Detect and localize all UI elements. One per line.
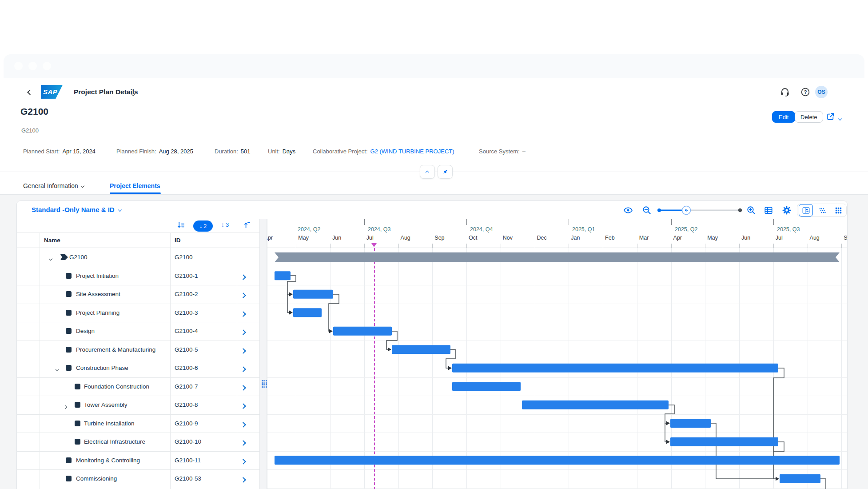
show-hide-legend-eye-icon[interactable] xyxy=(623,205,633,215)
zoom-slider[interactable] xyxy=(657,205,744,215)
view-selector-caret-icon[interactable] xyxy=(118,208,121,211)
navigate-row-icon[interactable] xyxy=(241,421,245,428)
dependency-arrow-icon xyxy=(289,311,293,315)
navigate-row-icon[interactable] xyxy=(241,292,245,299)
gantt-task-bar[interactable] xyxy=(452,382,521,391)
navigate-row-icon[interactable] xyxy=(241,311,245,317)
gantt-summary-bar[interactable] xyxy=(275,253,840,262)
sap-logo: SAP xyxy=(41,85,63,99)
gantt-task-bar[interactable] xyxy=(670,419,711,428)
pane-splitter[interactable] xyxy=(259,219,267,489)
month-label: Sep xyxy=(844,235,847,241)
gantt-with-table-view-button[interactable] xyxy=(799,204,813,216)
month-label: Nov xyxy=(503,235,513,241)
gantt-panel: Standard -Only Name & ID xyxy=(16,200,848,489)
dependency-connector xyxy=(287,294,289,313)
quarter-label: 2025, Q1 xyxy=(572,226,595,232)
edit-button[interactable]: Edit xyxy=(772,111,795,123)
expand-node-icon[interactable] xyxy=(64,403,67,410)
expand-to-level-3-button[interactable]: ↓3 xyxy=(221,221,229,228)
gantt-task-bar[interactable] xyxy=(333,327,392,336)
collapse-all-icon[interactable] xyxy=(243,221,251,229)
navigate-row-icon[interactable] xyxy=(241,458,245,465)
navigate-row-icon[interactable] xyxy=(241,403,245,409)
row-id: G2100-53 xyxy=(175,475,201,482)
table-row[interactable]: Project InitiationG2100-1 xyxy=(17,267,259,285)
grid-view-button[interactable] xyxy=(832,204,845,216)
expand-to-level-2-button[interactable]: ↓2 xyxy=(193,220,213,232)
settings-gear-icon[interactable] xyxy=(782,205,792,215)
month-tick xyxy=(535,244,535,248)
page-subtitle: G2100 xyxy=(21,127,39,134)
column-header-id[interactable]: ID xyxy=(175,237,181,244)
share-caret-icon[interactable] xyxy=(839,115,841,121)
month-label: Aug xyxy=(401,235,410,241)
app-title-caret-icon[interactable] xyxy=(132,90,135,97)
table-row[interactable]: Tower AssemblyG2100-8 xyxy=(17,396,259,414)
dependency-connector xyxy=(329,294,339,331)
table-row[interactable]: DesignG2100-4 xyxy=(17,322,259,341)
table-row[interactable]: Construction PhaseG2100-6 xyxy=(17,359,259,377)
row-name: Monitoring & Controlling xyxy=(76,457,140,464)
delete-button[interactable]: Delete xyxy=(795,111,823,123)
navigate-row-icon[interactable] xyxy=(241,274,245,281)
show-table-icon[interactable] xyxy=(764,205,773,215)
tab-caret-icon[interactable] xyxy=(80,184,84,188)
collapse-node-icon[interactable] xyxy=(49,255,52,261)
gantt-task-bar[interactable] xyxy=(293,290,333,299)
table-row[interactable]: CommissioningG2100-53 xyxy=(17,469,259,488)
gantt-task-bar[interactable] xyxy=(275,456,840,465)
task-icon xyxy=(75,439,80,445)
expand-levels-icon[interactable] xyxy=(177,221,185,229)
help-icon[interactable]: ? xyxy=(800,87,810,97)
timeline-header: 2024, Q22024, Q32024, Q42025, Q12025, Q2… xyxy=(267,219,847,248)
row-id: G2100-9 xyxy=(175,420,198,427)
compact-rows-view-button[interactable] xyxy=(816,204,829,216)
gantt-task-bar[interactable] xyxy=(522,401,669,409)
collapse-header-button[interactable] xyxy=(420,165,435,179)
collapse-node-icon[interactable] xyxy=(56,365,59,372)
table-row[interactable]: Monitoring & ControllingG2100-11 xyxy=(17,451,259,470)
zoom-out-icon[interactable] xyxy=(642,205,652,215)
table-row[interactable]: Turbine InstallationG2100-9 xyxy=(17,414,259,433)
navigate-row-icon[interactable] xyxy=(241,440,245,446)
dependency-arrow-icon xyxy=(329,329,333,333)
zoom-in-icon[interactable] xyxy=(746,205,756,215)
navigate-row-icon[interactable] xyxy=(241,366,245,373)
view-switch-group xyxy=(797,204,847,217)
table-row[interactable]: Electrical InfrastructureG2100-10 xyxy=(17,433,259,451)
month-tick xyxy=(705,244,705,248)
table-row[interactable]: Foundation ConstructionG2100-7 xyxy=(17,377,259,396)
navigate-row-icon[interactable] xyxy=(241,329,245,336)
table-row[interactable]: Site AssessmentG2100-2 xyxy=(17,285,259,304)
tab-general-information[interactable]: General Information xyxy=(23,182,84,189)
gantt-task-bar[interactable] xyxy=(392,345,450,354)
gantt-task-bar[interactable] xyxy=(293,308,322,317)
navigate-row-icon[interactable] xyxy=(241,348,245,354)
app-title[interactable]: Project Plan Details xyxy=(74,88,138,96)
gantt-task-bar[interactable] xyxy=(780,474,820,483)
row-name: Design xyxy=(76,328,95,334)
quarter-label: 2025, Q2 xyxy=(675,226,697,232)
view-selector[interactable]: Standard -Only Name & ID xyxy=(32,206,121,213)
row-name: Tower Assembly xyxy=(84,401,127,408)
tab-project-elements[interactable]: Project Elements xyxy=(110,182,160,189)
meta-collaborative-project[interactable]: Collaborative Project:G2 (WIND TURBINE P… xyxy=(313,148,454,155)
gantt-task-bar[interactable] xyxy=(275,271,291,280)
column-header-name[interactable]: Name xyxy=(44,237,60,244)
dependency-arrow-icon xyxy=(666,421,670,425)
navigate-row-icon[interactable] xyxy=(241,385,245,391)
window-dots xyxy=(14,62,57,72)
pin-header-button[interactable] xyxy=(438,165,453,179)
table-row[interactable]: Project PlanningG2100-3 xyxy=(17,304,259,322)
table-row[interactable]: G2100G2100 xyxy=(17,248,259,267)
gantt-task-bar[interactable] xyxy=(452,364,778,373)
share-icon[interactable] xyxy=(826,112,836,122)
gantt-task-bar[interactable] xyxy=(670,437,778,446)
user-avatar[interactable]: OS xyxy=(815,86,828,98)
back-button[interactable] xyxy=(24,88,35,97)
support-headset-icon[interactable] xyxy=(780,87,790,97)
table-row[interactable]: Procurement & ManufacturingG2100-5 xyxy=(17,341,259,359)
navigate-row-icon[interactable] xyxy=(241,477,245,483)
splitter-grip-icon[interactable] xyxy=(262,380,266,392)
